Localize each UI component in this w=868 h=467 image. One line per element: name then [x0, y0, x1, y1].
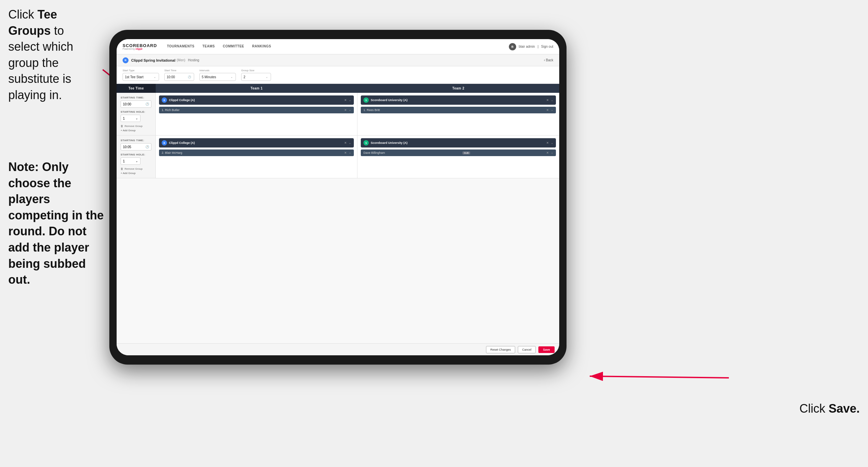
group1-team2-panel: S Scoreboard University (A) ✕ ⌄ 1. Rees …: [358, 93, 559, 135]
group1-team2-player1[interactable]: 1. Rees Britt ✕ ⌄: [361, 107, 556, 113]
sign-out-link[interactable]: Sign out: [541, 45, 553, 49]
group2-team1-panel: B Clippd College (A) ✕ ⌄ 2. Blair McHarg…: [156, 136, 358, 178]
group1-team2-remove[interactable]: ✕: [546, 98, 549, 102]
group2-hole-chevron: ⌄: [135, 159, 138, 163]
group1-add-button[interactable]: + Add Group: [121, 129, 151, 132]
setting-start-time: Start Time 10:00 🕐: [164, 69, 194, 81]
start-type-chevron: ⌄: [154, 76, 156, 79]
group2-team1-player1[interactable]: 2. Blair McHarg ✕ ⌄: [159, 149, 354, 156]
intervals-input[interactable]: 5 Minutes ⌄: [199, 73, 236, 81]
group2-team2-remove[interactable]: ✕: [546, 141, 549, 145]
logo-powered: Powered by clippd: [123, 48, 157, 50]
setting-group-size: Group Size 2 ⌄: [241, 69, 271, 81]
tee-group-2: STARTING TIME: 10:05 🕐 STARTING HOLE: 1 …: [117, 136, 559, 178]
group2-time-icon: 🕐: [146, 145, 149, 148]
group1-hole-input[interactable]: 1 ⌄: [121, 115, 141, 122]
group2-team2-icon: S: [364, 140, 369, 146]
setting-intervals: Intervals 5 Minutes ⌄: [199, 69, 236, 81]
back-button[interactable]: ‹ Back: [544, 58, 553, 62]
event-title: Clippd Spring Invitational: [131, 58, 175, 62]
start-type-label: Start Type: [123, 69, 159, 72]
group1-team2-player1-name: 1. Rees Britt: [364, 108, 380, 112]
group2-starting-hole-label: STARTING HOLE:: [121, 153, 151, 156]
instruction-top: Click Tee Groups to select which group t…: [0, 0, 103, 110]
group1-team1-chevron[interactable]: ⌄: [349, 99, 351, 102]
group1-team2-player1-remove[interactable]: ✕: [546, 108, 549, 112]
group1-team2-card-left: S Scoreboard University (A): [364, 97, 407, 103]
group1-team1-card-left: B Clippd College (A): [162, 97, 195, 103]
group2-team2-player1-remove[interactable]: ✕: [546, 151, 549, 154]
save-button[interactable]: Save: [538, 346, 555, 353]
group2-team2-actions: ✕ ⌄: [546, 141, 553, 145]
group1-team2-player1-chevron: ⌄: [551, 108, 553, 112]
group2-add-button[interactable]: + Add Group: [121, 172, 151, 175]
nav-teams[interactable]: TEAMS: [198, 39, 219, 54]
nav-committee[interactable]: COMMITTEE: [219, 39, 248, 54]
nav-tournaments[interactable]: TOURNAMENTS: [163, 39, 198, 54]
sub-header-icon: B: [123, 57, 128, 63]
group2-starting-time-label: STARTING TIME:: [121, 139, 151, 142]
start-type-input[interactable]: 1st Tee Start ⌄: [123, 73, 159, 81]
group2-team1-remove[interactable]: ✕: [344, 141, 347, 145]
group1-team1-panel: B Clippd College (A) ✕ ⌄ 1. Rich Butler …: [156, 93, 358, 135]
group1-left-panel: STARTING TIME: 10:00 🕐 STARTING HOLE: 1 …: [117, 93, 156, 135]
group2-team1-player1-remove[interactable]: ✕: [344, 151, 347, 154]
save-text-bold: Save.: [829, 402, 860, 415]
group2-team1-card[interactable]: B Clippd College (A) ✕ ⌄: [159, 138, 354, 147]
logo-area: SCOREBOARD Powered by clippd: [123, 43, 157, 50]
group1-team1-player1[interactable]: 1. Rich Butler ✕ ⌄: [159, 107, 354, 113]
group2-team2-card-left: S Scoreboard University (A): [364, 140, 407, 146]
group1-time-input[interactable]: 10:00 🕐: [121, 100, 151, 108]
user-name: blair admin: [519, 45, 535, 49]
nav-right: B blair admin | Sign out: [509, 43, 553, 50]
group-size-label: Group Size: [241, 69, 271, 72]
group1-hole-chevron: ⌄: [135, 117, 138, 120]
group2-hole-input[interactable]: 1 ⌄: [121, 157, 141, 165]
sub-header: B Clippd Spring Invitational (Men) Hosti…: [117, 54, 559, 66]
event-gender: (Men): [177, 58, 185, 62]
group1-team1-player1-name: 1. Rich Butler: [162, 108, 180, 112]
hosting-badge: Hosting: [188, 58, 199, 62]
group2-team1-name: Clippd College (A): [169, 141, 195, 145]
group2-team2-player1[interactable]: Dave Billingham SUB ✕ ⌄: [361, 149, 556, 156]
group1-team1-remove[interactable]: ✕: [344, 98, 347, 102]
group2-team2-panel: S Scoreboard University (A) ✕ ⌄ Dave Bil…: [358, 136, 559, 178]
group1-team1-icon: B: [162, 97, 167, 103]
group2-team1-chevron[interactable]: ⌄: [349, 142, 351, 145]
tablet-frame: SCOREBOARD Powered by clippd TOURNAMENTS…: [109, 30, 566, 364]
group2-team1-actions: ✕ ⌄: [344, 141, 351, 145]
instruction-save: Click Save.: [799, 402, 860, 416]
nav-rankings[interactable]: RANKINGS: [248, 39, 275, 54]
group2-team2-player1-sub: SUB: [463, 151, 470, 154]
group2-team1-player1-chevron: ⌄: [349, 151, 351, 154]
remove-icon-2: 🗑: [121, 167, 123, 170]
note-label: Note:: [8, 160, 42, 174]
group1-team1-card[interactable]: B Clippd College (A) ✕ ⌄: [159, 95, 354, 105]
group2-team2-player1-chevron: ⌄: [551, 151, 553, 154]
group2-team2-chevron[interactable]: ⌄: [551, 142, 553, 145]
group2-team2-card[interactable]: S Scoreboard University (A) ✕ ⌄: [361, 138, 556, 147]
group2-team1-card-left: B Clippd College (A): [162, 140, 195, 146]
group2-team2-name: Scoreboard University (A): [371, 141, 407, 145]
group1-team2-icon: S: [364, 97, 369, 103]
start-time-icon: 🕐: [188, 76, 191, 79]
nav-separator: |: [538, 45, 539, 49]
settings-row: Start Type 1st Tee Start ⌄ Start Time 10…: [117, 66, 559, 84]
group2-team2-player1-name: Dave Billingham: [364, 151, 385, 154]
cancel-button[interactable]: Cancel: [518, 346, 536, 353]
group1-time-icon: 🕐: [146, 103, 149, 106]
group1-team2-card[interactable]: S Scoreboard University (A) ✕ ⌄: [361, 95, 556, 105]
nav-links: TOURNAMENTS TEAMS COMMITTEE RANKINGS: [163, 39, 509, 54]
group1-team2-chevron[interactable]: ⌄: [551, 99, 553, 102]
navbar: SCOREBOARD Powered by clippd TOURNAMENTS…: [117, 39, 559, 54]
group1-remove-button[interactable]: 🗑 Remove Group: [121, 125, 151, 127]
reset-changes-button[interactable]: Reset Changes: [486, 346, 515, 353]
group2-time-input[interactable]: 10:05 🕐: [121, 143, 151, 150]
start-time-input[interactable]: 10:00 🕐: [164, 73, 194, 81]
group2-remove-button[interactable]: 🗑 Remove Group: [121, 167, 151, 170]
group1-team1-player1-remove[interactable]: ✕: [344, 108, 347, 112]
group-size-input[interactable]: 2 ⌄: [241, 73, 271, 81]
col-team2: Team 2: [358, 84, 559, 93]
instruction-text-prefix: Click: [8, 8, 37, 21]
col-team1: Team 1: [156, 84, 358, 93]
